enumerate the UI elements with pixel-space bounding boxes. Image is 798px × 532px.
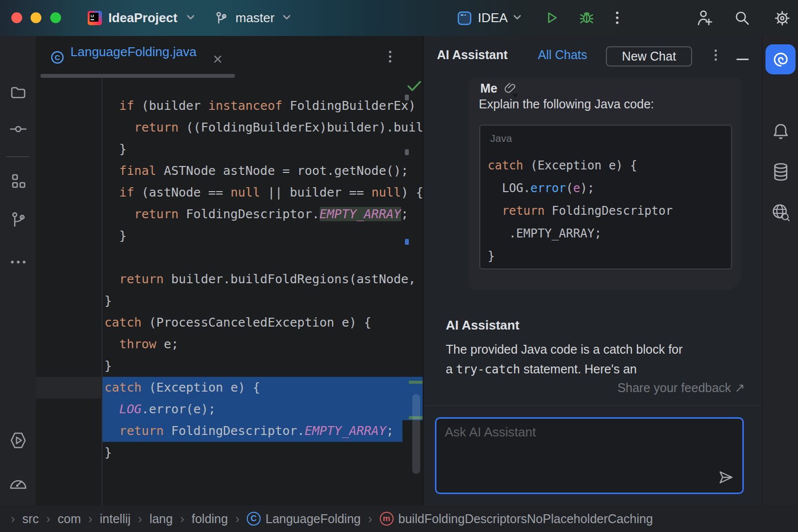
ask-ai-input[interactable]: Ask AI Assistant <box>435 417 744 494</box>
breadcrumb-chevron-icon: › <box>11 512 15 526</box>
left-toolbar <box>0 36 36 505</box>
java-class-icon: C <box>51 51 64 64</box>
project-tool-icon[interactable] <box>0 84 36 101</box>
ai-panel-header: AI Assistant All Chats New Chat <box>424 36 763 74</box>
breadcrumb-chevron-icon: › <box>180 512 184 526</box>
svg-text:IJ: IJ <box>91 14 94 18</box>
tab-scrollbar[interactable] <box>40 74 235 78</box>
code-language-label: Java <box>490 133 512 144</box>
breadcrumb-item[interactable]: lang <box>149 512 172 526</box>
run-widget-icon[interactable] <box>458 11 471 25</box>
database-tool-icon[interactable] <box>763 162 798 182</box>
commit-tool-icon[interactable] <box>0 121 36 137</box>
git-tool-icon[interactable] <box>0 211 36 228</box>
branch-chevron-down-icon <box>282 14 292 21</box>
editor-tab[interactable]: LanguageFolding.java <box>70 44 197 60</box>
code-line[interactable]: throw e; <box>104 333 423 355</box>
breadcrumb-item[interactable]: intellij <box>100 512 131 526</box>
panel-options-kebab-icon[interactable] <box>712 49 719 63</box>
ai-assistant-tool-icon[interactable] <box>765 44 796 74</box>
structure-tool-icon[interactable] <box>0 173 36 190</box>
services-tool-icon[interactable] <box>0 431 36 450</box>
notifications-bell-icon[interactable] <box>763 123 798 141</box>
stripe-mark <box>405 239 409 245</box>
web-search-globe-icon[interactable] <box>763 202 798 222</box>
external-link-arrow-icon: ↗ <box>734 381 745 395</box>
panel-divider <box>424 405 763 406</box>
share-feedback-link[interactable]: Share your feedback ↗ <box>617 381 745 395</box>
code-line[interactable]: LOG.error(e); <box>104 399 423 420</box>
editor-area: C LanguageFolding.java if (builder insta… <box>36 36 423 505</box>
code-line[interactable] <box>104 247 423 268</box>
breadcrumb-item[interactable]: mbuildFoldingDescriptorsNoPlaceholderCac… <box>380 512 653 526</box>
new-chat-button[interactable]: New Chat <box>606 46 692 66</box>
project-chevron-down-icon <box>186 14 196 21</box>
gutter-caret-line-highlight <box>36 377 101 399</box>
breadcrumb-chevron-icon: › <box>88 512 92 526</box>
gutter-separator <box>101 78 102 505</box>
editor-tab-bar: C LanguageFolding.java <box>36 36 423 78</box>
chat-code-line: .EMPTY_ARRAY; <box>488 222 673 245</box>
intellij-logo-icon: IJ <box>88 11 102 25</box>
editor-options-kebab-icon[interactable] <box>387 50 394 65</box>
breadcrumb-item[interactable]: com <box>58 512 81 526</box>
breadcrumb-bar: ›src›com›intellij›lang›folding›CLanguage… <box>0 505 798 532</box>
code-line[interactable]: } <box>104 290 423 312</box>
tab-all-chats[interactable]: All Chats <box>538 36 587 74</box>
editor-scrollbar[interactable] <box>412 394 420 474</box>
tab-close-icon[interactable] <box>212 54 223 65</box>
send-message-icon[interactable] <box>717 468 734 486</box>
chat-code-line: return FoldingDescriptor <box>488 200 673 222</box>
code-line[interactable]: } <box>104 225 423 247</box>
code-line[interactable]: catch (ProcessCanceledException e) { <box>104 312 423 333</box>
code-line[interactable]: return FoldingDescriptor.EMPTY_ARRAY; <box>104 203 423 225</box>
settings-gear-icon[interactable] <box>773 9 791 27</box>
more-actions-kebab-icon[interactable] <box>613 10 621 25</box>
code-line[interactable]: } <box>104 442 423 464</box>
code-line[interactable]: return builder.buildFoldRegions(astNode,… <box>104 268 423 290</box>
chat-code-line: LOG.error(e); <box>488 177 673 200</box>
stripe-mark <box>405 95 409 100</box>
breadcrumb-chevron-icon: › <box>235 512 239 526</box>
input-placeholder: Ask AI Assistant <box>445 425 536 440</box>
more-tools-icon[interactable] <box>0 254 36 270</box>
chat-code-line: } <box>488 245 673 267</box>
code-line[interactable]: return FoldingDescriptor.EMPTY_ARRAY; <box>104 420 423 442</box>
code-line[interactable]: final ASTNode astNode = root.getNode(); <box>104 160 423 182</box>
toolbar-divider <box>6 156 30 157</box>
breadcrumb-item[interactable]: folding <box>192 512 228 526</box>
title-bar: IJ IdeaProject master IDEA <box>0 0 798 36</box>
class-icon: C <box>247 512 261 526</box>
breadcrumb-item[interactable]: src <box>22 512 38 526</box>
profiler-tool-icon[interactable] <box>0 473 36 491</box>
ai-assistant-panel: AI Assistant All Chats New Chat Me Expla… <box>423 36 762 505</box>
minimize-window-button[interactable] <box>31 12 41 23</box>
maximize-window-button[interactable] <box>50 12 61 23</box>
user-message-bubble: Me Explain the following Java code: Java… <box>469 78 741 290</box>
debug-button[interactable] <box>579 10 594 25</box>
code-line[interactable]: if (builder instanceof FoldingBuilderEx)… <box>104 95 423 117</box>
code-line[interactable]: } <box>104 138 423 160</box>
run-config-selector[interactable]: IDEA <box>478 0 508 36</box>
breadcrumb-item[interactable]: CLanguageFolding <box>247 512 361 526</box>
code-line[interactable]: if (astNode == null || builder == null) … <box>104 182 423 203</box>
search-everywhere-icon[interactable] <box>734 10 751 27</box>
stripe-mark <box>405 149 409 155</box>
code-line[interactable]: catch (Exception e) { <box>104 377 423 399</box>
code-line[interactable]: } <box>104 355 423 377</box>
hide-panel-icon[interactable] <box>736 59 749 60</box>
branch-selector[interactable]: master <box>235 0 274 36</box>
code-with-me-user-add-icon[interactable] <box>695 9 714 27</box>
git-branch-icon <box>215 11 227 25</box>
close-window-button[interactable] <box>11 12 22 23</box>
project-selector[interactable]: IdeaProject <box>108 0 177 36</box>
chat-code-line: catch (Exception e) { <box>488 154 673 177</box>
breadcrumb-chevron-icon: › <box>138 512 142 526</box>
code-editor[interactable]: if (builder instanceof FoldingBuilderEx)… <box>36 78 423 505</box>
tab-ai-assistant[interactable]: AI Assistant <box>437 36 508 74</box>
breadcrumb-chevron-icon: › <box>46 512 50 526</box>
inspections-ok-checkmark-icon[interactable] <box>406 79 422 93</box>
run-button[interactable] <box>544 10 559 25</box>
svg-text:C: C <box>55 53 60 62</box>
code-line[interactable]: return ((FoldingBuilderEx)builder).build… <box>104 117 423 138</box>
